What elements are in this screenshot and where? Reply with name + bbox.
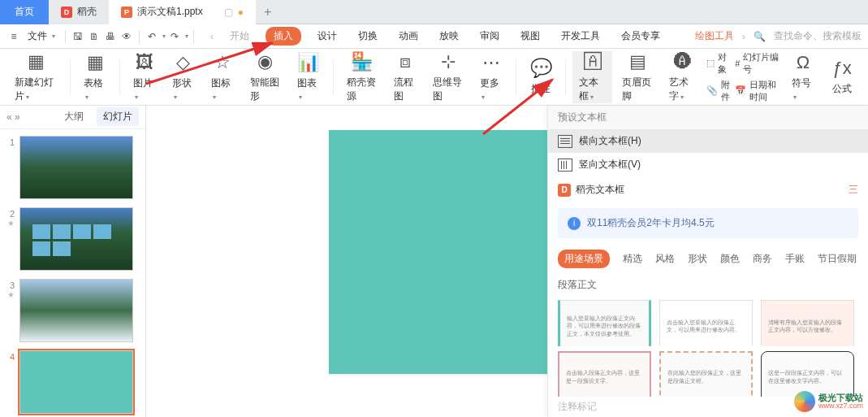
new-slide-button[interactable]: ▦ 新建幻灯片▾ — [8, 51, 63, 103]
filter-usage[interactable]: 用途场景 — [558, 250, 610, 268]
template-card[interactable]: 清晰有序输入您要输入的段落正文内容，可以方便修改。 — [761, 300, 854, 346]
tab-draw-tools[interactable]: 绘图工具 — [695, 29, 734, 43]
search-placeholder[interactable]: 查找命令、搜索模板 — [774, 29, 862, 43]
thumbnail-item[interactable]: 4 — [3, 350, 142, 414]
attachment-button[interactable]: 📎附件 — [706, 79, 732, 103]
object-label: 对象 — [718, 51, 732, 76]
comment-button[interactable]: 💬 批注 — [523, 58, 559, 96]
symbol-button[interactable]: Ω 符号▾ — [785, 52, 821, 102]
home-tab[interactable]: 首页 — [0, 0, 49, 24]
redo-icon[interactable]: ↷ — [167, 31, 182, 42]
flowchart-button[interactable]: ⧈ 流程图 — [387, 51, 424, 103]
tab-review[interactable]: 审阅 — [475, 27, 504, 46]
icon-button[interactable]: ☆ 图标▾ — [205, 52, 240, 102]
scroll-left-icon[interactable]: ‹ — [210, 31, 214, 42]
tab-transition[interactable]: 切换 — [353, 27, 382, 46]
thumbnail-item[interactable]: 3 ★ — [3, 279, 142, 342]
thumb-number: 1 — [3, 136, 15, 147]
preset-section-title: 预设文本框 — [548, 106, 868, 129]
tab-animation[interactable]: 动画 — [394, 27, 423, 46]
chart-button[interactable]: 📊 图表▾ — [291, 52, 326, 102]
saveas-icon[interactable]: 🗎 — [87, 31, 101, 42]
quick-access: ≡ 文件 ▾ 🖫 🗎 🖶 👁 ↶ ▾ ↷ ▾ — [6, 28, 197, 45]
scroll-right-icon[interactable]: › — [742, 31, 745, 42]
menu-hamburger-icon[interactable]: ≡ — [6, 31, 21, 42]
promo-banner[interactable]: i 双11稻壳会员2年卡月均4.5元 — [558, 208, 858, 238]
textbox-button[interactable]: 🄰 文本框▾ — [572, 51, 612, 103]
picture-button[interactable]: 🖼 图片▾ — [127, 52, 162, 102]
star-icon: ★ — [7, 290, 15, 299]
thumb-preview[interactable] — [19, 279, 133, 342]
mindmap-button[interactable]: ⊹ 思维导图 — [426, 51, 470, 103]
thumbnail-list[interactable]: 1 2 ★ 3 ★ 4 — [0, 129, 145, 417]
table-button[interactable]: ▦ 表格▾ — [77, 52, 113, 102]
header-button[interactable]: ▤ 页眉页脚 — [615, 51, 659, 103]
filter-style[interactable]: 风格 — [655, 252, 675, 266]
template-card[interactable]: 在此输入您的段落正文，这里是段落正文框。 — [659, 351, 753, 397]
file-tab[interactable]: P 演示文稿1.pptx ▢ ● — [109, 0, 256, 24]
thumb-preview[interactable] — [19, 136, 133, 199]
nav-arrows[interactable]: « » — [6, 111, 20, 123]
thumbnail-item[interactable]: 2 ★ — [3, 207, 142, 271]
template-card[interactable]: 点击输入您要输入的段落正文，可以用来进行修改内容。 — [659, 300, 753, 346]
horizontal-textbox-option[interactable]: 横向文本框(H) — [548, 129, 868, 153]
wordart-button[interactable]: 🅐 艺术字▾ — [663, 51, 702, 103]
docer-tab[interactable]: D 稻壳 — [49, 0, 109, 24]
comment-label: 批注 — [531, 83, 551, 94]
tab-window-icon[interactable]: ▢ — [224, 7, 233, 18]
filter-business[interactable]: 商务 — [753, 252, 772, 266]
tab-vip[interactable]: 会员专享 — [616, 27, 665, 46]
search-icon[interactable]: 🔍 — [754, 31, 766, 42]
picture-label: 图片 — [133, 77, 153, 89]
tab-dev[interactable]: 开发工具 — [556, 27, 605, 46]
print-icon[interactable]: 🖶 — [103, 31, 118, 42]
filter-color[interactable]: 颜色 — [720, 252, 740, 266]
info-icon: i — [568, 217, 581, 230]
symbol-icon: Ω — [797, 52, 810, 73]
thumbnail-item[interactable]: 1 — [3, 136, 142, 199]
tab-start[interactable]: 开始 — [225, 27, 254, 46]
thumb-number: 4 — [3, 350, 15, 362]
template-card[interactable]: 点击输入段落正文内容，这里是一段预设文字。 — [558, 351, 651, 397]
slide-number-button[interactable]: #幻灯片编号 — [735, 51, 782, 76]
docer-res-button[interactable]: 🏪 稻壳资源 — [340, 51, 384, 103]
file-menu[interactable]: 文件 ▾ — [23, 28, 60, 45]
filter-shape[interactable]: 形状 — [688, 252, 707, 266]
watermark-url: www.xz7.com — [818, 402, 863, 410]
smartart-button[interactable]: ◉ 智能图形 — [244, 51, 287, 103]
icon-label: 图标 — [211, 77, 231, 89]
thumb-preview[interactable] — [19, 207, 133, 271]
separator — [516, 59, 516, 95]
slides-tab[interactable]: 幻灯片 — [97, 107, 139, 126]
separator — [65, 30, 66, 43]
ribbon-extras-col1: ⬚对象 📎附件 — [706, 51, 732, 103]
tab-view[interactable]: 视图 — [516, 27, 545, 46]
thumb-preview[interactable] — [19, 350, 133, 414]
datetime-button[interactable]: 📅日期和时间 — [735, 79, 782, 103]
filter-tabs: 用途场景 精选 风格 形状 颜色 商务 手账 节日假期 — [548, 243, 868, 275]
symbol-label: 符号 — [792, 77, 811, 89]
tab-slideshow[interactable]: 放映 — [434, 27, 464, 46]
docer-more-icon[interactable]: 三 — [849, 183, 858, 197]
filter-journal[interactable]: 手账 — [785, 252, 805, 266]
tab-design[interactable]: 设计 — [313, 27, 342, 46]
ribbon-extras-col2: #幻灯片编号 📅日期和时间 — [735, 51, 782, 103]
vertical-textbox-option[interactable]: 竖向文本框(V) — [548, 153, 868, 176]
shape-button[interactable]: ◇ 形状▾ — [166, 52, 201, 102]
filter-featured[interactable]: 精选 — [623, 252, 642, 266]
template-card[interactable]: 这是一段段落正文内容，可以在这里修改文字内容。 — [761, 351, 854, 397]
object-button[interactable]: ⬚对象 — [706, 51, 732, 76]
more-button[interactable]: ⋯ 更多▾ — [473, 52, 509, 102]
separator — [333, 59, 334, 95]
undo-icon[interactable]: ↶ — [145, 31, 159, 42]
filter-holiday[interactable]: 节日假期 — [818, 252, 857, 266]
formula-button[interactable]: ƒx 公式 — [824, 58, 860, 96]
outline-tab[interactable]: 大纲 — [58, 107, 90, 126]
docer-res-label: 稻壳资源 — [347, 76, 376, 102]
save-icon[interactable]: 🖫 — [71, 31, 85, 42]
add-tab-button[interactable]: + — [256, 5, 279, 20]
template-grid-row1: 输入您要输入的段落正文内容，可以用来进行修改的段落正文，本文仅供参考使用。 点击… — [548, 295, 868, 346]
preview-icon[interactable]: 👁 — [119, 31, 134, 42]
template-card[interactable]: 输入您要输入的段落正文内容，可以用来进行修改的段落正文，本文仅供参考使用。 — [558, 300, 651, 346]
tab-insert[interactable]: 插入 — [266, 27, 301, 46]
